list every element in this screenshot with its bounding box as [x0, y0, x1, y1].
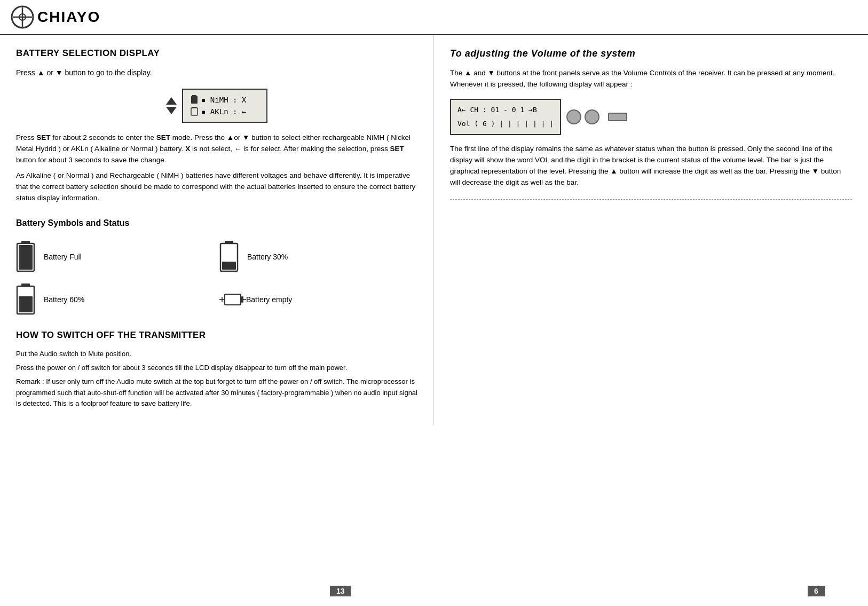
battery-symbols-title: Battery Symbols and Status — [16, 217, 417, 230]
arrow-down-icon — [166, 107, 177, 114]
alkaline-para: As Alkaline ( or Normal ) and Rechargeab… — [16, 170, 417, 204]
left-column: BATTERY SELECTION DISPLAY Press ▲ or ▼ b… — [0, 35, 434, 425]
switch-para1: Put the Audio switch to Mute position. — [16, 349, 417, 359]
switch-para3: Remark : If user only turn off the Audio… — [16, 376, 417, 408]
separator — [450, 199, 852, 200]
right-column: To adjusting the Volume of the system Th… — [434, 35, 868, 425]
lcd-line2: ▪ AKLn : ← — [191, 106, 259, 117]
switch-para2: Press the power on / off switch for abou… — [16, 363, 417, 373]
battery-icon-lcd1 — [191, 95, 198, 105]
battery-empty-icon — [219, 284, 246, 316]
svg-rect-4 — [192, 95, 196, 96]
volume-lcd: A← CH : 01 - 0 1 →B Vol ( 6 ) | | | | | … — [450, 99, 561, 135]
press-instruction: Press ▲ or ▼ button to go to the display… — [16, 67, 417, 79]
logo-icon — [11, 5, 34, 29]
svg-rect-5 — [191, 96, 198, 104]
page-num-left: 13 — [330, 587, 351, 595]
vol-btn-2[interactable] — [585, 109, 599, 124]
battery-empty-item: Battery empty — [219, 284, 417, 316]
volume-title: To adjusting the Volume of the system — [450, 48, 852, 59]
svg-rect-7 — [191, 108, 198, 115]
header: CHIAYO — [0, 0, 868, 35]
page-num-right: 6 — [808, 587, 825, 595]
battery-30-item: Battery 30% — [219, 241, 417, 273]
battery-60-label: Battery 60% — [44, 295, 84, 304]
battery-full-item: Battery Full — [16, 241, 214, 273]
switch-off-section: HOW TO SWITCH OFF THE TRANSMITTER Put th… — [16, 328, 417, 409]
battery-30-icon — [219, 241, 239, 273]
vol-line2: Vol ( 6 ) | | | | | | | — [457, 117, 554, 131]
right-page-number: 6 — [808, 586, 825, 596]
battery-60-icon — [16, 284, 35, 316]
battery-lcd-display: ▪ NiMH : X ▪ AKLn : ← — [182, 89, 267, 123]
svg-rect-19 — [225, 294, 241, 305]
vol-buttons — [566, 109, 627, 124]
volume-para1: The ▲ and ▼ buttons at the front panels … — [450, 68, 852, 90]
arrow-up-icon — [166, 97, 177, 105]
battery-display-container: ▪ NiMH : X ▪ AKLn : ← — [16, 89, 417, 123]
switch-off-title: HOW TO SWITCH OFF THE TRANSMITTER — [16, 328, 417, 342]
svg-rect-10 — [19, 245, 33, 270]
set-mode-para: Press SET for about 2 seconds to enter t… — [16, 132, 417, 166]
lcd-akln-line: ▪ AKLn : ← — [201, 106, 246, 117]
volume-display-wrapper: A← CH : 01 - 0 1 →B Vol ( 6 ) | | | | | … — [450, 99, 852, 135]
svg-rect-16 — [19, 296, 33, 312]
svg-rect-13 — [222, 262, 236, 270]
battery-selection-title: BATTERY SELECTION DISPLAY — [16, 48, 417, 59]
brand-name: CHIAYO — [37, 9, 100, 26]
battery-icon-lcd2 — [191, 107, 198, 116]
volume-para2: The first line of the display remains th… — [450, 144, 852, 188]
lcd-nimh-line: ▪ NiMH : X — [201, 94, 246, 106]
svg-rect-20 — [241, 296, 243, 303]
battery-full-icon — [16, 241, 35, 273]
battery-60-item: Battery 60% — [16, 284, 214, 316]
vol-line1: A← CH : 01 - 0 1 →B — [457, 103, 554, 117]
battery-symbols-section: Battery Symbols and Status Battery Full — [16, 217, 417, 316]
battery-full-label: Battery Full — [44, 253, 82, 261]
logo-area: CHIAYO — [11, 5, 100, 29]
main-content: BATTERY SELECTION DISPLAY Press ▲ or ▼ b… — [0, 35, 868, 425]
battery-empty-label: Battery empty — [246, 295, 292, 304]
left-page-number: 13 — [330, 586, 351, 596]
battery-30-label: Battery 30% — [247, 253, 288, 261]
vol-btn-1[interactable] — [566, 109, 581, 124]
lcd-line1: ▪ NiMH : X — [191, 94, 259, 106]
vol-rect-btn[interactable] — [608, 113, 627, 121]
battery-grid: Battery Full Battery 30% — [16, 241, 417, 316]
arrow-buttons — [166, 97, 177, 114]
